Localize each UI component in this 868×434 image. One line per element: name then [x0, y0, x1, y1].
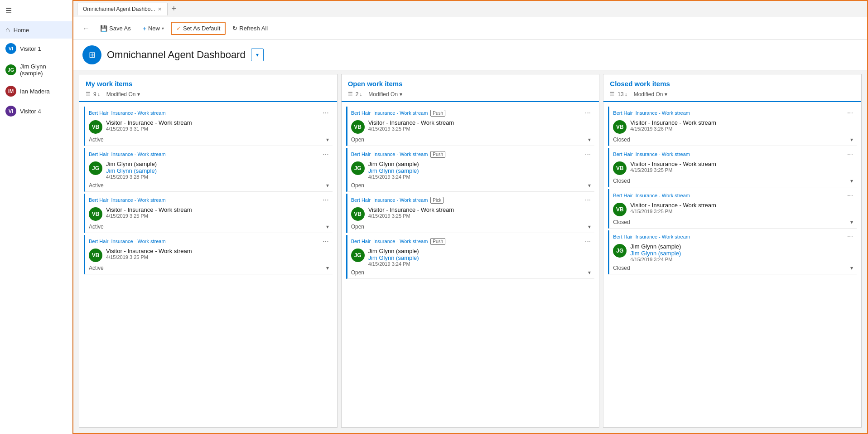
open-work-count-sort: 2 ↓: [356, 91, 362, 98]
expand-icon[interactable]: ▾: [326, 224, 329, 230]
card-agent[interactable]: Bert Hair: [351, 151, 371, 157]
expand-icon[interactable]: ▾: [326, 265, 329, 271]
sidebar-item-jimglynn[interactable]: JG Jim Glynn (sample): [0, 59, 72, 81]
tab-add-button[interactable]: +: [169, 4, 178, 14]
set-as-default-button[interactable]: ✓ Set As Default: [171, 22, 226, 35]
closed-work-sort-btn[interactable]: Modified On ▾: [634, 91, 668, 98]
title-dropdown-button[interactable]: ▾: [251, 49, 264, 61]
card-more-button[interactable]: ···: [847, 233, 853, 240]
work-item-card[interactable]: Bert Hair Insurance - Work stream Push ·…: [346, 148, 595, 192]
save-icon: 💾: [100, 25, 107, 32]
sidebar: ☰ ⌂ Home VI Visitor 1 JG Jim Glynn (samp…: [0, 0, 72, 434]
main-tab[interactable]: Omnichannel Agent Dashbo... ✕: [77, 3, 168, 15]
card-info: Visitor - Insurance - Work stream 4/15/2…: [630, 161, 853, 173]
expand-icon[interactable]: ▾: [588, 269, 591, 276]
card-info: Jim Glynn (sample) Jim Glynn (sample) 4/…: [368, 248, 591, 267]
card-more-button[interactable]: ···: [323, 151, 328, 158]
card-info: Jim Glynn (sample) Jim Glynn (sample) 4/…: [106, 161, 329, 180]
tab-close-icon[interactable]: ✕: [158, 6, 162, 12]
tab-title: Omnichannel Agent Dashbo...: [83, 6, 155, 12]
work-item-card[interactable]: Bert Hair Insurance - Work stream ··· VB…: [84, 235, 333, 274]
card-agent[interactable]: Bert Hair: [89, 151, 108, 157]
card-more-button[interactable]: ···: [585, 196, 591, 204]
card-item-link[interactable]: Jim Glynn (sample): [368, 254, 591, 261]
card-agent[interactable]: Bert Hair: [351, 197, 371, 203]
expand-icon[interactable]: ▾: [326, 137, 329, 143]
card-more-button[interactable]: ···: [585, 238, 591, 245]
card-more-button[interactable]: ···: [323, 238, 328, 245]
card-more-button[interactable]: ···: [847, 192, 853, 199]
work-item-card[interactable]: Bert Hair Insurance - Work stream ··· VB…: [608, 148, 857, 187]
expand-icon[interactable]: ▾: [850, 137, 853, 143]
sort-arrow-icon: ▾: [137, 91, 140, 98]
work-item-card[interactable]: Bert Hair Insurance - Work stream ··· JG…: [608, 230, 857, 274]
card-more-button[interactable]: ···: [585, 109, 591, 117]
work-item-card[interactable]: Bert Hair Insurance - Work stream ··· JG…: [84, 148, 333, 192]
card-more-button[interactable]: ···: [847, 109, 853, 117]
card-header: Bert Hair Insurance - Work stream ···: [85, 107, 333, 118]
work-item-card[interactable]: Bert Hair Insurance - Work stream ··· VB…: [608, 107, 857, 146]
new-dropdown-arrow[interactable]: ▾: [162, 26, 164, 31]
open-work-controls: ☰ 2 ↓ Modified On ▾: [348, 91, 593, 98]
expand-icon[interactable]: ▾: [588, 224, 591, 230]
card-item-link[interactable]: Jim Glynn (sample): [368, 167, 591, 174]
card-date: 4/15/2019 3:24 PM: [368, 174, 591, 180]
card-body: VB Visitor - Insurance - Work stream 4/1…: [85, 247, 333, 264]
card-header: Bert Hair Insurance - Work stream Push ·…: [347, 235, 595, 247]
work-item-card[interactable]: Bert Hair Insurance - Work stream ··· VB…: [84, 194, 333, 233]
sidebar-item-visitor1[interactable]: VI Visitor 1: [0, 39, 72, 59]
expand-icon[interactable]: ▾: [588, 182, 591, 189]
refresh-all-button[interactable]: ↻ Refresh All: [227, 22, 273, 34]
card-item-title: Visitor - Insurance - Work stream: [630, 202, 853, 209]
card-status: Open: [351, 137, 364, 143]
page-header: ⊞ Omnichannel Agent Dashboard ▾: [73, 40, 867, 70]
card-header: Bert Hair Insurance - Work stream ···: [85, 194, 333, 205]
my-work-column: My work items ☰ 9 ↓ Modified On ▾ Bert H…: [79, 74, 338, 428]
card-agent[interactable]: Bert Hair: [89, 239, 108, 244]
card-agent[interactable]: Bert Hair: [89, 197, 108, 203]
save-as-button[interactable]: 💾 Save As: [95, 22, 136, 34]
card-agent[interactable]: Bert Hair: [613, 234, 632, 239]
expand-icon[interactable]: ▾: [850, 219, 853, 225]
card-agent[interactable]: Bert Hair: [351, 110, 371, 116]
tag-badge: Pick: [430, 197, 444, 204]
card-agent[interactable]: Bert Hair: [613, 193, 632, 198]
card-agent[interactable]: Bert Hair: [613, 151, 632, 157]
card-body: VB Visitor - Insurance - Work stream 4/1…: [85, 118, 333, 136]
card-item-link[interactable]: Jim Glynn (sample): [106, 167, 329, 174]
my-items-list: Bert Hair Insurance - Work stream ··· VB…: [79, 102, 337, 427]
card-agent[interactable]: Bert Hair: [89, 110, 108, 116]
expand-icon[interactable]: ▾: [326, 182, 329, 189]
open-work-sort-btn[interactable]: Modified On ▾: [368, 91, 402, 98]
card-status: Active: [89, 137, 104, 143]
avatar: VB: [351, 207, 365, 221]
work-item-card[interactable]: Bert Hair Insurance - Work stream Push ·…: [346, 107, 595, 146]
card-agent[interactable]: Bert Hair: [613, 110, 632, 116]
my-work-sort-btn[interactable]: Modified On ▾: [106, 91, 140, 98]
card-agent[interactable]: Bert Hair: [351, 239, 371, 244]
card-footer: Closed ▾: [609, 177, 857, 187]
expand-icon[interactable]: ▾: [588, 137, 591, 143]
card-info: Visitor - Insurance - Work stream 4/15/2…: [368, 206, 591, 219]
card-more-button[interactable]: ···: [323, 196, 328, 204]
back-button[interactable]: ←: [79, 23, 93, 34]
card-header: Bert Hair Insurance - Work stream ···: [609, 148, 857, 160]
card-more-button[interactable]: ···: [585, 151, 591, 158]
card-item-link[interactable]: Jim Glynn (sample): [630, 250, 853, 257]
sidebar-item-ianmadera[interactable]: IM Ian Madera: [0, 81, 72, 101]
expand-icon[interactable]: ▾: [850, 265, 853, 271]
work-item-card[interactable]: Bert Hair Insurance - Work stream ··· VB…: [608, 189, 857, 229]
card-header: Bert Hair Insurance - Work stream ···: [85, 148, 333, 160]
hamburger-icon[interactable]: ☰: [0, 0, 72, 21]
work-item-card[interactable]: Bert Hair Insurance - Work stream Pick ·…: [346, 194, 595, 233]
expand-icon[interactable]: ▾: [850, 178, 853, 184]
card-more-button[interactable]: ···: [847, 151, 853, 158]
sidebar-item-visitor4[interactable]: VI Visitor 4: [0, 101, 72, 121]
closed-work-title: Closed work items: [610, 80, 855, 88]
new-button[interactable]: + New ▾: [138, 22, 169, 35]
card-item-title: Visitor - Insurance - Work stream: [368, 206, 591, 213]
work-item-card[interactable]: Bert Hair Insurance - Work stream ··· VB…: [84, 107, 333, 146]
sidebar-item-home[interactable]: ⌂ Home: [0, 21, 72, 39]
card-more-button[interactable]: ···: [323, 109, 328, 117]
work-item-card[interactable]: Bert Hair Insurance - Work stream Push ·…: [346, 235, 595, 279]
